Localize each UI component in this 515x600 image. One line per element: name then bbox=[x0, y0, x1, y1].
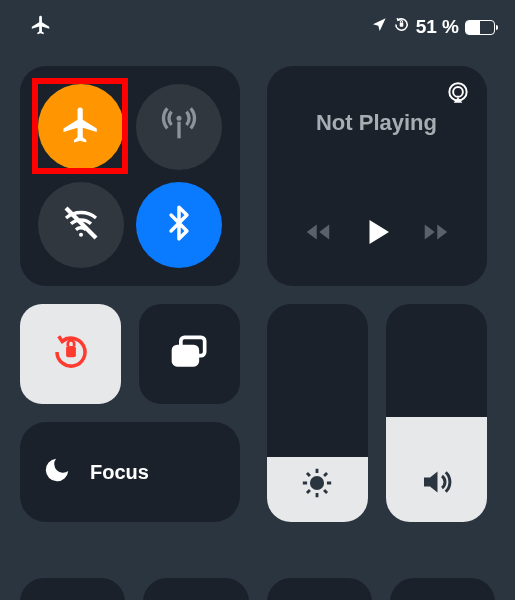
orientation-lock-status-icon bbox=[393, 16, 410, 38]
partial-tile-3[interactable] bbox=[267, 578, 372, 600]
partial-next-row bbox=[20, 578, 495, 600]
row2-right-cluster bbox=[267, 304, 487, 522]
airplay-icon[interactable] bbox=[445, 80, 471, 110]
svg-rect-0 bbox=[399, 22, 403, 26]
orientation-lock-toggle[interactable] bbox=[20, 304, 121, 404]
cellular-data-toggle[interactable] bbox=[136, 84, 222, 170]
battery-icon bbox=[465, 20, 495, 35]
svg-line-15 bbox=[324, 490, 327, 493]
volume-slider[interactable] bbox=[386, 304, 487, 522]
rewind-button[interactable] bbox=[303, 217, 333, 251]
partial-tile-1[interactable] bbox=[20, 578, 125, 600]
svg-point-1 bbox=[177, 116, 182, 121]
partial-tile-4[interactable] bbox=[390, 578, 495, 600]
sun-icon bbox=[300, 466, 334, 504]
cellular-antenna-icon bbox=[159, 105, 199, 149]
battery-fill bbox=[466, 21, 480, 34]
wifi-toggle[interactable] bbox=[38, 182, 124, 268]
now-playing-label: Not Playing bbox=[316, 110, 437, 136]
fast-forward-button[interactable] bbox=[421, 217, 451, 251]
screen-mirroring-button[interactable] bbox=[139, 304, 240, 404]
svg-point-5 bbox=[453, 87, 463, 97]
media-controls bbox=[281, 214, 473, 254]
media-playback-tile[interactable]: Not Playing bbox=[267, 66, 487, 286]
svg-point-9 bbox=[311, 477, 322, 488]
airplane-icon bbox=[60, 104, 102, 150]
svg-point-2 bbox=[79, 233, 83, 237]
svg-line-16 bbox=[307, 490, 310, 493]
svg-rect-8 bbox=[173, 347, 197, 365]
connectivity-tile[interactable] bbox=[20, 66, 240, 286]
play-button[interactable] bbox=[359, 214, 395, 254]
svg-line-14 bbox=[307, 473, 310, 476]
svg-line-17 bbox=[324, 473, 327, 476]
row2-left-cluster: Focus bbox=[20, 304, 240, 522]
orientation-lock-icon bbox=[50, 331, 92, 377]
airplane-mode-status-icon bbox=[30, 14, 52, 40]
battery-percent-text: 51 % bbox=[416, 16, 459, 38]
location-services-icon bbox=[371, 16, 387, 38]
bluetooth-toggle[interactable] bbox=[136, 182, 222, 268]
status-bar: 51 % bbox=[0, 0, 515, 50]
moon-icon bbox=[42, 455, 72, 489]
svg-rect-6 bbox=[66, 346, 76, 357]
screen-mirroring-icon bbox=[168, 330, 212, 378]
partial-tile-2[interactable] bbox=[143, 578, 248, 600]
speaker-icon bbox=[418, 464, 454, 504]
control-center-grid: Not Playing bbox=[0, 50, 515, 522]
wifi-off-icon bbox=[61, 203, 101, 247]
focus-toggle[interactable]: Focus bbox=[20, 422, 240, 522]
brightness-slider[interactable] bbox=[267, 304, 368, 522]
status-right: 51 % bbox=[371, 16, 495, 38]
status-left bbox=[30, 14, 52, 40]
bluetooth-icon bbox=[160, 204, 198, 246]
focus-label: Focus bbox=[90, 461, 149, 484]
airplane-mode-toggle[interactable] bbox=[38, 84, 124, 170]
